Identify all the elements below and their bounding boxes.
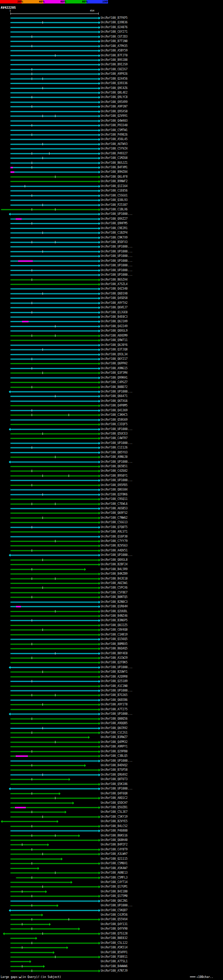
hit-label[interactable]: UniRef100_B2VYE5 bbox=[101, 820, 128, 823]
alignment-row[interactable]: UniRef100_O95PD5 bbox=[0, 483, 223, 487]
hit-label[interactable]: UniRef100_A56L45 bbox=[101, 138, 128, 141]
alignment-bar[interactable] bbox=[10, 312, 99, 313]
hit-label[interactable]: UniRef100_Q9W711 bbox=[101, 339, 128, 342]
alignment-row[interactable]: UniRef100_Q2UUDL bbox=[0, 609, 223, 614]
hit-label[interactable]: UniRef100_B2UWY1 bbox=[101, 671, 128, 673]
hit-label[interactable]: UniRef100_Q6CR92 bbox=[101, 727, 128, 730]
hit-label[interactable]: UniRef100_C9SQ11 bbox=[101, 498, 128, 501]
alignment-bar[interactable] bbox=[10, 583, 99, 584]
alignment-bar[interactable] bbox=[10, 223, 99, 224]
alignment-row[interactable]: UniRef100_A3LWH7 bbox=[0, 852, 223, 856]
alignment-bar[interactable] bbox=[10, 32, 99, 32]
alignment-bar[interactable] bbox=[10, 214, 99, 215]
hit-label[interactable]: UniRef100_Q05YU3 bbox=[101, 451, 128, 454]
alignment-row[interactable]: UniRef100_UP1000... bbox=[0, 460, 223, 464]
alignment-row[interactable]: UniRef100_Q9SXS0 bbox=[0, 109, 223, 114]
hit-label[interactable]: UniRef100_A8Q1C2 bbox=[101, 797, 128, 800]
hit-label[interactable]: UniRef100_A5K4W7 bbox=[101, 867, 128, 870]
hit-label[interactable]: UniRef100_C4JR56 bbox=[101, 913, 128, 916]
alignment-bar[interactable] bbox=[10, 597, 99, 598]
hit-label[interactable]: UniRef100_Q00Q56 bbox=[101, 718, 128, 720]
alignment-row[interactable]: UniRef100_C9SQ11 bbox=[0, 497, 223, 501]
hit-label[interactable]: UniRef100_C1H819 bbox=[101, 633, 128, 636]
hit-label[interactable]: UniRef100_C5FBE7 bbox=[101, 591, 128, 594]
hit-label[interactable]: UniRef100_P93340 bbox=[101, 124, 128, 127]
alignment-row[interactable]: UniRef100_P25387 bbox=[0, 203, 223, 207]
alignment-bar[interactable] bbox=[10, 798, 99, 799]
alignment-row[interactable]: UniRef100_B5VPP1 bbox=[0, 950, 223, 955]
hit-label[interactable]: UniRef100_UP1000... bbox=[101, 554, 133, 557]
alignment-row[interactable]: UniRef100_Q156Q5 bbox=[0, 637, 223, 641]
alignment-row[interactable]: UniRef100_C1H819 bbox=[0, 632, 223, 637]
hit-label[interactable]: UniRef100_Q1I164 bbox=[101, 185, 128, 188]
hit-label[interactable]: UniRef100_Q2V991 bbox=[101, 115, 128, 118]
alignment-bar[interactable] bbox=[10, 602, 99, 603]
hit-label[interactable]: UniRef100_Q8L4E2 bbox=[101, 91, 128, 94]
hit-label[interactable]: UniRef100_C5KQD7 bbox=[101, 909, 128, 912]
alignment-row[interactable]: UniRef100_B7T1N0 bbox=[0, 39, 223, 43]
alignment-row[interactable]: UniRef100_Q42249 bbox=[0, 324, 223, 329]
alignment-row[interactable]: UniRef100_B2VS63 bbox=[0, 543, 223, 548]
hit-label[interactable]: UniRef100_Q55VU4 bbox=[101, 918, 128, 921]
alignment-row[interactable]: UniRef100_UP1000... bbox=[0, 441, 223, 445]
alignment-bar[interactable] bbox=[10, 219, 99, 220]
alignment-bar[interactable] bbox=[10, 527, 99, 528]
alignment-bar[interactable] bbox=[10, 574, 99, 574]
alignment-row[interactable]: UniRef100_A6TWV3 bbox=[0, 142, 223, 146]
hit-label[interactable]: UniRef100_C5MFL3 bbox=[101, 877, 128, 879]
alignment-row[interactable]: UniRef100_O95XR9 bbox=[0, 100, 223, 104]
alignment-bar[interactable] bbox=[10, 88, 99, 89]
alignment-bar[interactable] bbox=[10, 317, 99, 317]
hit-label[interactable]: UniRef100_B9NWF2 bbox=[101, 180, 128, 183]
alignment-bar[interactable] bbox=[10, 648, 99, 649]
hit-label[interactable]: UniRef100_Q5K186 bbox=[101, 783, 128, 786]
alignment-bar[interactable] bbox=[10, 373, 99, 373]
alignment-row[interactable]: UniRef100_Q6Y217 bbox=[0, 357, 223, 361]
alignment-bar[interactable] bbox=[10, 228, 99, 229]
alignment-row[interactable]: UniRef100_Q05YU3 bbox=[0, 450, 223, 455]
alignment-row[interactable]: UniRef100_Q3TJQ8 bbox=[0, 347, 223, 352]
alignment-bar[interactable] bbox=[10, 298, 99, 299]
hit-label[interactable]: UniRef100_Q175M0 bbox=[101, 895, 128, 897]
hit-label[interactable]: UniRef100_C5GG13 bbox=[101, 521, 128, 524]
alignment-bar[interactable] bbox=[10, 849, 99, 850]
alignment-bar[interactable] bbox=[10, 803, 72, 803]
alignment-bar[interactable] bbox=[10, 704, 99, 705]
alignment-row[interactable]: UniRef100_B4KZB9 bbox=[0, 571, 223, 576]
alignment-bar[interactable] bbox=[10, 382, 99, 383]
hit-label[interactable]: UniRef100_UP1000... bbox=[101, 213, 133, 216]
hit-label[interactable]: UniRef100_UP1000... bbox=[101, 390, 133, 393]
hit-label[interactable]: UniRef100_Q2FBK5 bbox=[101, 661, 128, 664]
alignment-bar[interactable] bbox=[10, 51, 99, 51]
hit-label[interactable]: UniRef100_Q93L34 bbox=[101, 353, 128, 356]
hit-label[interactable]: UniRef100_C0V4Q0 bbox=[101, 628, 128, 631]
alignment-bar[interactable] bbox=[10, 107, 99, 107]
alignment-row[interactable]: UniRef100_B6Q4Q5 bbox=[0, 646, 223, 651]
alignment-bar[interactable] bbox=[10, 690, 99, 691]
alignment-row[interactable]: UniRef100_Q6L4F8 bbox=[0, 175, 223, 179]
alignment-row[interactable]: UniRef100_P38911 bbox=[0, 955, 223, 959]
alignment-row[interactable]: UniRef100_C1BZP4 bbox=[0, 231, 223, 235]
alignment-row[interactable]: UniRef100_C1MZ68 bbox=[0, 156, 223, 160]
alignment-row[interactable]: UniRef100_UP1000... bbox=[0, 665, 223, 670]
hit-label[interactable]: UniRef100_Q6J0Y6 bbox=[101, 344, 128, 347]
alignment-bar[interactable] bbox=[10, 265, 99, 266]
alignment-bar[interactable] bbox=[10, 550, 99, 551]
hit-label[interactable]: UniRef100_UP1000... bbox=[101, 245, 133, 248]
alignment-row[interactable]: UniRef100_A2Q9R8 bbox=[0, 675, 223, 679]
hit-label[interactable]: UniRef100_Q69FS2 bbox=[101, 512, 128, 514]
hit-label[interactable]: UniRef100_UP1000... bbox=[101, 255, 133, 258]
alignment-bar[interactable] bbox=[10, 924, 49, 925]
hit-label[interactable]: UniRef100_C5KY19 bbox=[101, 816, 128, 818]
alignment-row[interactable]: UniRef100_A9LST1 bbox=[0, 530, 223, 534]
alignment-bar[interactable] bbox=[10, 111, 99, 112]
hit-label[interactable]: UniRef100_A9P926 bbox=[101, 73, 128, 75]
alignment-row[interactable]: UniRef100_B0E832 bbox=[0, 936, 223, 940]
alignment-bar[interactable] bbox=[10, 784, 99, 784]
alignment-row[interactable]: UniRef100_UP1000... bbox=[0, 268, 223, 272]
alignment-bar[interactable] bbox=[10, 102, 99, 103]
alignment-bar[interactable] bbox=[10, 452, 99, 453]
alignment-row[interactable]: UniRef100_Q9C4Z6 bbox=[0, 86, 223, 91]
alignment-row[interactable]: UniRef100_UP1000... bbox=[0, 254, 223, 258]
alignment-bar[interactable] bbox=[10, 546, 99, 546]
